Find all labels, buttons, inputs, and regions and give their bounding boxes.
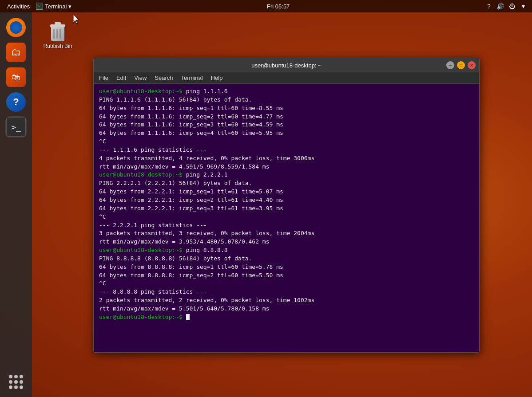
- dot: [14, 380, 18, 384]
- menu-terminal[interactable]: Terminal: [178, 74, 206, 82]
- topbar-terminal-arrow: ▾: [68, 3, 71, 10]
- terminal-output-line: --- 2.2.2.1 ping statistics ---: [99, 221, 474, 230]
- terminal-window: user@ubuntu18-desktop: ~ ─ □ ✕ File Edit…: [93, 58, 480, 353]
- dot: [9, 375, 12, 378]
- dot: [20, 375, 23, 378]
- firefox-inner: [10, 21, 22, 34]
- dot: [14, 375, 18, 378]
- terminal-window-title: user@ubuntu18-desktop: ~: [251, 62, 321, 69]
- terminal-dock-icon: >_: [6, 117, 26, 137]
- terminal-output-line: 64 bytes from 8.8.8.8: icmp_seq=2 ttl=60…: [99, 271, 474, 280]
- power-arrow-icon[interactable]: ▾: [520, 2, 528, 10]
- terminal-output-line: rtt min/avg/max/mdev = 3.953/4.480/5.078…: [99, 238, 474, 246]
- terminal-output-line: 3 packets transmitted, 3 received, 0% pa…: [99, 229, 474, 238]
- menu-edit[interactable]: Edit: [113, 74, 130, 82]
- terminal-output-line: 64 bytes from 2.2.2.1: icmp_seq=1 ttl=61…: [99, 188, 474, 196]
- bin-lines: [53, 29, 61, 39]
- terminal-cursor: [186, 314, 190, 320]
- terminal-output-line: PING 8.8.8.8 (8.8.8.8) 56(84) bytes of d…: [99, 255, 474, 263]
- question-icon[interactable]: ?: [485, 2, 493, 10]
- terminal-output-line: --- 1.1.1.6 ping statistics ---: [99, 146, 474, 154]
- dot: [14, 385, 18, 389]
- sidebar-item-files[interactable]: 🗂: [5, 42, 27, 63]
- sidebar-item-appstore[interactable]: 🛍: [5, 67, 27, 88]
- terminal-prompt: user@ubuntu18-desktop:~$: [99, 247, 186, 253]
- sidebar-item-terminal[interactable]: >_: [5, 116, 27, 138]
- dot: [20, 385, 23, 389]
- terminal-command: ping 2.2.2.1: [186, 171, 228, 178]
- dot: [20, 380, 23, 384]
- topbar-terminal-menu[interactable]: >_ Terminal ▾: [36, 3, 71, 10]
- window-controls: ─ □ ✕: [446, 61, 476, 69]
- topbar-terminal-label: Terminal: [45, 3, 67, 10]
- minimize-button[interactable]: ─: [446, 61, 454, 69]
- terminal-output-line: ^C: [99, 138, 474, 146]
- topbar: Activities >_ Terminal ▾ Fri 05:57 ? 🔊 ⏻…: [0, 0, 532, 12]
- terminal-prompt: user@ubuntu18-desktop:~$: [99, 171, 186, 178]
- terminal-output-line: rtt min/avg/max/mdev = 5.501/5.640/5.780…: [99, 305, 474, 313]
- terminal-prompt-active: user@ubuntu18-desktop:~$: [99, 314, 186, 320]
- terminal-menu-icon: >_: [36, 3, 43, 10]
- terminal-content[interactable]: user@ubuntu18-desktop:~$ ping 1.1.1.6PIN…: [94, 84, 479, 352]
- close-button[interactable]: ✕: [468, 61, 476, 69]
- terminal-output-line: 64 bytes from 1.1.1.6: icmp_seq=3 ttl=60…: [99, 121, 474, 129]
- terminal-command: ping 1.1.1.6: [186, 88, 228, 94]
- sidebar: 🗂 🛍 ? >_: [0, 12, 32, 397]
- terminal-output-line: rtt min/avg/max/mdev = 4.591/5.969/8.559…: [99, 163, 474, 171]
- terminal-output-line: 64 bytes from 1.1.1.6: icmp_seq=2 ttl=60…: [99, 113, 474, 121]
- sidebar-item-firefox[interactable]: [5, 17, 27, 38]
- terminal-output-line: PING 2.2.2.1 (2.2.2.1) 56(84) bytes of d…: [99, 179, 474, 188]
- terminal-menubar: File Edit View Search Terminal Help: [94, 72, 479, 84]
- app-grid-button[interactable]: [5, 371, 27, 393]
- bin-line: [56, 29, 58, 39]
- topbar-left: Activities >_ Terminal ▾: [4, 3, 71, 10]
- terminal-output-line: ^C: [99, 279, 474, 288]
- menu-help[interactable]: Help: [207, 74, 226, 82]
- rubbish-bin-label: Rubbish Bin: [44, 43, 72, 49]
- terminal-output-line: ^C: [99, 213, 474, 221]
- terminal-output-line: 64 bytes from 8.8.8.8: icmp_seq=1 ttl=60…: [99, 263, 474, 271]
- terminal-output-line: 64 bytes from 2.2.2.1: icmp_seq=3 ttl=61…: [99, 204, 474, 213]
- power-icon[interactable]: ⏻: [508, 2, 516, 10]
- terminal-output-line: --- 8.8.8.8 ping statistics ---: [99, 288, 474, 296]
- terminal-output-line: 2 packets transmitted, 2 received, 0% pa…: [99, 296, 474, 305]
- terminal-prompt: user@ubuntu18-desktop:~$: [99, 88, 186, 94]
- help-icon: ?: [6, 92, 26, 112]
- terminal-output-line: PING 1.1.1.6 (1.1.1.6) 56(84) bytes of d…: [99, 96, 474, 104]
- bin-line: [53, 29, 55, 39]
- volume-icon[interactable]: 🔊: [496, 2, 504, 10]
- terminal-command: ping 8.8.8.8: [186, 247, 228, 253]
- appstore-icon: 🛍: [6, 67, 26, 87]
- files-icon: 🗂: [6, 43, 26, 62]
- maximize-button[interactable]: □: [457, 61, 465, 69]
- rubbish-bin-desktop-icon[interactable]: Rubbish Bin: [40, 20, 75, 49]
- topbar-clock[interactable]: Fri 05:57: [267, 3, 290, 10]
- terminal-output-line: 64 bytes from 2.2.2.1: icmp_seq=2 ttl=61…: [99, 196, 474, 204]
- firefox-icon: [6, 18, 26, 37]
- bin-line: [60, 29, 61, 39]
- menu-file[interactable]: File: [95, 74, 112, 82]
- topbar-right: ? 🔊 ⏻ ▾: [485, 2, 528, 10]
- terminal-output-line: 4 packets transmitted, 4 received, 0% pa…: [99, 154, 474, 163]
- rubbish-bin-icon: [48, 20, 67, 41]
- activities-button[interactable]: Activities: [4, 3, 32, 10]
- bin-body: [51, 27, 64, 41]
- menu-search[interactable]: Search: [151, 74, 176, 82]
- terminal-titlebar: user@ubuntu18-desktop: ~ ─ □ ✕: [94, 58, 479, 72]
- desktop: Activities >_ Terminal ▾ Fri 05:57 ? 🔊 ⏻…: [0, 0, 532, 397]
- sidebar-item-help[interactable]: ?: [5, 91, 27, 113]
- menu-view[interactable]: View: [131, 74, 150, 82]
- dot: [9, 380, 12, 384]
- terminal-output-line: 64 bytes from 1.1.1.6: icmp_seq=4 ttl=60…: [99, 129, 474, 138]
- terminal-output-line: 64 bytes from 1.1.1.6: icmp_seq=1 ttl=60…: [99, 104, 474, 113]
- dot: [9, 385, 12, 389]
